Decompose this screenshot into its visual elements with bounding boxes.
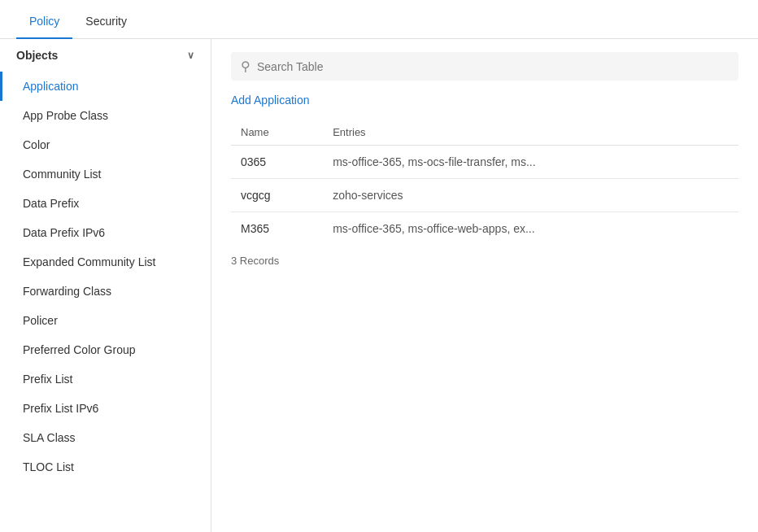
- sidebar-item-tloc-list[interactable]: TLOC List: [0, 452, 211, 482]
- top-tabs-bar: Policy Security: [0, 0, 758, 39]
- search-bar: ⚲: [231, 52, 738, 81]
- table-row[interactable]: M365ms-office-365, ms-office-web-apps, e…: [231, 212, 738, 246]
- sidebar-section-objects[interactable]: Objects ∨: [0, 39, 211, 72]
- cell-entries: ms-office-365, ms-office-web-apps, ex...: [323, 212, 738, 246]
- col-header-entries: Entries: [323, 120, 738, 146]
- add-application-link[interactable]: Add Application: [231, 94, 310, 107]
- sidebar-item-data-prefix[interactable]: Data Prefix: [0, 189, 211, 218]
- sidebar-item-prefix-list[interactable]: Prefix List: [0, 364, 211, 394]
- sidebar-section-label: Objects: [16, 49, 58, 62]
- cell-name: vcgcg: [231, 179, 323, 212]
- sidebar-item-preferred-color-group[interactable]: Preferred Color Group: [0, 335, 211, 364]
- sidebar-item-community-list[interactable]: Community List: [0, 159, 211, 189]
- cell-entries: zoho-services: [323, 179, 738, 212]
- search-icon: ⚲: [241, 59, 250, 74]
- cell-name: 0365: [231, 146, 323, 179]
- sidebar: Objects ∨ ApplicationApp Probe ClassColo…: [0, 39, 211, 532]
- records-count: 3 Records: [231, 255, 738, 267]
- content-area: ⚲ Add Application NameEntries 0365ms-off…: [211, 39, 758, 532]
- sidebar-item-sla-class[interactable]: SLA Class: [0, 423, 211, 452]
- sidebar-item-prefix-list-ipv6[interactable]: Prefix List IPv6: [0, 394, 211, 423]
- sidebar-item-expanded-community-list[interactable]: Expanded Community List: [0, 247, 211, 277]
- sidebar-item-app-probe-class[interactable]: App Probe Class: [0, 101, 211, 130]
- sidebar-item-application[interactable]: Application: [0, 72, 211, 101]
- sidebar-item-forwarding-class[interactable]: Forwarding Class: [0, 277, 211, 306]
- tab-policy[interactable]: Policy: [16, 5, 72, 39]
- table-row[interactable]: 0365ms-office-365, ms-ocs-file-transfer,…: [231, 146, 738, 179]
- sidebar-item-policer[interactable]: Policer: [0, 306, 211, 335]
- table-row[interactable]: vcgcgzoho-services: [231, 179, 738, 212]
- cell-entries: ms-office-365, ms-ocs-file-transfer, ms.…: [323, 146, 738, 179]
- cell-name: M365: [231, 212, 323, 246]
- search-input[interactable]: [257, 60, 729, 73]
- sidebar-item-data-prefix-ipv6[interactable]: Data Prefix IPv6: [0, 218, 211, 247]
- tab-security[interactable]: Security: [72, 5, 140, 39]
- application-table: NameEntries 0365ms-office-365, ms-ocs-fi…: [231, 120, 738, 245]
- col-header-name: Name: [231, 120, 323, 146]
- sidebar-item-color[interactable]: Color: [0, 130, 211, 159]
- chevron-down-icon: ∨: [187, 50, 194, 61]
